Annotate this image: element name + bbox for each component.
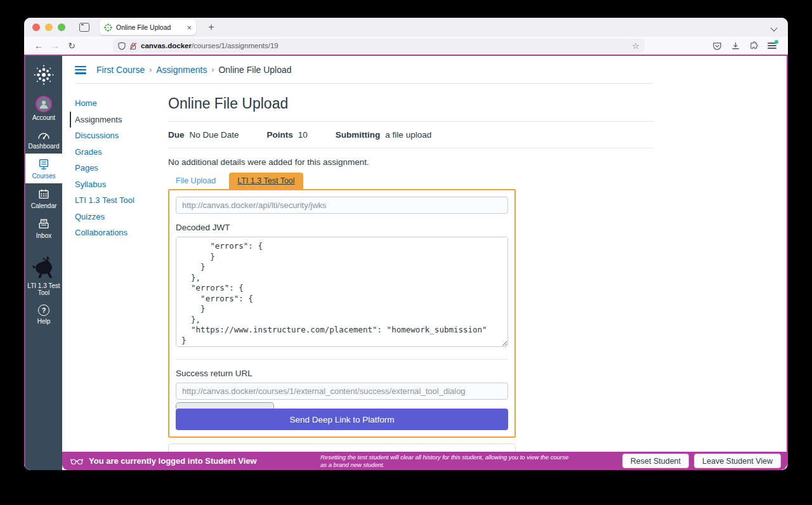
zoom-window-button[interactable]: [58, 23, 65, 31]
inbox-icon: [37, 218, 50, 230]
sidebar-item-label: Help: [37, 318, 51, 325]
breadcrumb: First Course › Assignments › Online File…: [96, 65, 292, 75]
forward-button[interactable]: →: [47, 41, 63, 51]
window-controls[interactable]: [32, 23, 65, 31]
sidebar-item-courses[interactable]: Courses: [25, 154, 62, 183]
breadcrumb-separator: ›: [211, 65, 214, 74]
course-nav-syllabus[interactable]: Syllabus: [75, 176, 168, 192]
course-nav-assignments[interactable]: Assignments: [70, 112, 168, 128]
success-return-url-input[interactable]: [176, 383, 508, 400]
list-tabs-chevron-icon[interactable]: [770, 24, 777, 31]
breadcrumb-assignments-link[interactable]: Assignments: [156, 65, 207, 75]
canvas-favicon-icon: [104, 23, 112, 32]
panel-divider: [176, 359, 508, 360]
shield-icon[interactable]: [118, 42, 126, 50]
meta-submitting-label: Submitting: [336, 130, 381, 140]
student-view-bar: You are currently logged into Student Vi…: [62, 452, 787, 470]
browser-tab[interactable]: Online File Upload ×: [100, 20, 196, 35]
url-text: canvas.docker/courses/1/assignments/19: [141, 42, 278, 49]
minimize-window-button[interactable]: [45, 23, 53, 31]
sidebar-item-label: Inbox: [36, 232, 51, 239]
course-nav-collaborations[interactable]: Collaborations: [75, 225, 168, 240]
meta-due-value: No Due Date: [190, 130, 239, 140]
meta-due-label: Due: [168, 130, 185, 140]
pocket-icon[interactable]: [712, 41, 722, 51]
dashboard-icon: [37, 129, 51, 141]
page-title: Online File Upload: [168, 95, 653, 112]
clipped-widget: [176, 402, 274, 409]
avatar: [36, 96, 52, 112]
browser-window: Online File Upload × + ← → ↻ canvas.dock…: [24, 18, 788, 470]
course-nav-pages[interactable]: Pages: [75, 160, 168, 176]
decoded-jwt-textarea[interactable]: "errors": { } } }, "errors": { "errors":…: [176, 237, 508, 347]
details-note: No additional details were added for thi…: [168, 157, 653, 167]
meta-divider: [168, 148, 653, 148]
new-tab-button[interactable]: +: [204, 20, 219, 35]
course-nav-quizzes[interactable]: Quizzes: [75, 209, 168, 225]
jwks-url-input[interactable]: [176, 197, 508, 214]
calendar-icon: [37, 188, 50, 200]
url-host: canvas.docker: [141, 42, 192, 49]
app-menu-icon[interactable]: [768, 43, 776, 49]
sidebar-item-lti-test-tool[interactable]: LTI 1.3 Test Tool: [25, 249, 62, 300]
sidebar-item-calendar[interactable]: Calendar: [25, 183, 62, 213]
bookmark-star-icon[interactable]: ☆: [632, 41, 639, 51]
sidebar-item-dashboard[interactable]: Dashboard: [25, 125, 62, 154]
leave-student-view-button[interactable]: Leave Student View: [694, 454, 781, 468]
url-path: /courses/1/assignments/19: [192, 42, 278, 49]
submission-tabs: File Upload LTI 1.3 Test Tool: [168, 173, 653, 189]
course-nav-home[interactable]: Home: [75, 95, 168, 111]
breadcrumb-course-link[interactable]: First Course: [96, 65, 145, 75]
close-window-button[interactable]: [32, 23, 40, 31]
help-icon: ?: [38, 305, 49, 316]
global-nav: Account Dashboard Courses: [25, 56, 62, 470]
student-view-note: Resetting the test student will clear al…: [320, 454, 573, 468]
tab-lti-test-tool[interactable]: LTI 1.3 Test Tool: [229, 173, 303, 189]
breadcrumb-divider: [75, 83, 653, 84]
tab-file-upload[interactable]: File Upload: [168, 173, 223, 189]
assignment-meta: Due No Due Date Points 10 Submitting a f…: [168, 122, 653, 148]
success-return-url-label: Success return URL: [176, 369, 508, 378]
meta-submitting-value: a file upload: [385, 130, 431, 140]
sidebar-item-label: Account: [32, 114, 55, 121]
reload-button[interactable]: ↻: [63, 41, 80, 51]
sidebar-item-label: Courses: [32, 173, 55, 180]
extensions-icon[interactable]: [749, 41, 759, 51]
url-bar[interactable]: canvas.docker/courses/1/assignments/19 ☆: [113, 39, 645, 53]
meta-points-label: Points: [267, 130, 293, 140]
decoded-jwt-label: Decoded JWT: [176, 223, 508, 232]
course-nav: Home Assignments Discussions Grades Page…: [75, 88, 168, 470]
browser-toolbar: ← → ↻ canvas.docker/courses/1/assignment…: [24, 37, 788, 55]
sidebar-item-inbox[interactable]: Inbox: [25, 213, 62, 243]
main-area: First Course › Assignments › Online File…: [62, 56, 787, 470]
reset-student-button[interactable]: Reset Student: [622, 454, 689, 468]
toolbar-icons: [712, 41, 776, 51]
send-deep-link-button[interactable]: Send Deep Link to Platform: [176, 409, 508, 430]
sidebar-item-account[interactable]: Account: [25, 91, 62, 125]
breadcrumb-current: Online File Upload: [218, 65, 291, 75]
browser-tab-bar: Online File Upload × +: [24, 18, 788, 37]
sidebar-item-label: Calendar: [31, 202, 57, 209]
course-nav-grades[interactable]: Grades: [75, 144, 168, 160]
firefox-view-icon[interactable]: [79, 23, 89, 32]
close-tab-icon[interactable]: ×: [187, 23, 192, 32]
courses-icon: [37, 158, 50, 171]
tab-title: Online File Upload: [116, 23, 183, 31]
meta-points-value: 10: [298, 130, 308, 140]
downloads-icon[interactable]: [731, 41, 740, 51]
canvas-logo-icon[interactable]: [32, 63, 55, 86]
back-button[interactable]: ←: [30, 41, 47, 51]
breadcrumb-separator: ›: [149, 65, 152, 74]
course-nav-discussions[interactable]: Discussions: [75, 128, 168, 143]
lti-tool-panel: Decoded JWT "errors": { } } }, "errors":…: [168, 189, 516, 438]
student-view-message: You are currently logged into Student Vi…: [89, 456, 257, 466]
course-nav-lti-test-tool[interactable]: LTI 1.3 Test Tool: [75, 192, 168, 208]
unicorn-icon: [30, 254, 57, 280]
sidebar-item-label: Dashboard: [29, 143, 60, 150]
canvas-page: Account Dashboard Courses: [24, 55, 788, 470]
assignment-content: Online File Upload Due No Due Date Point…: [168, 88, 653, 470]
course-menu-hamburger-icon[interactable]: [75, 66, 86, 74]
student-view-glasses-icon: [70, 457, 84, 466]
sidebar-item-help[interactable]: ? Help: [25, 300, 62, 329]
insecure-lock-icon[interactable]: [129, 42, 137, 50]
